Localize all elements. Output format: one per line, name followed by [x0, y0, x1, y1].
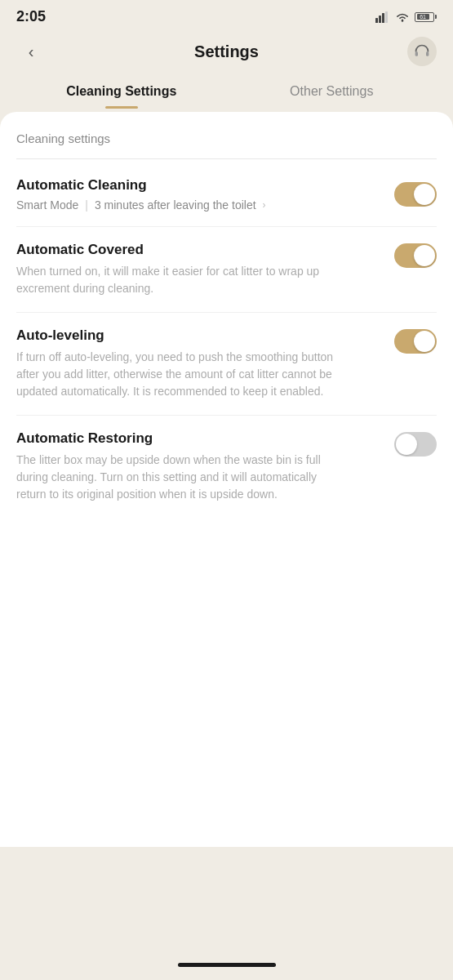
setting-title-auto-leveling: Auto-leveling [16, 327, 394, 344]
setting-desc-auto-leveling: If turn off auto-leveling, you need to p… [16, 349, 394, 400]
home-indicator [178, 963, 276, 967]
status-time: 2:05 [16, 8, 46, 25]
tab-cleaning-settings[interactable]: Cleaning Settings [16, 76, 227, 109]
svg-rect-1 [379, 16, 381, 23]
toggle-auto-leveling[interactable] [394, 329, 437, 354]
svg-rect-3 [385, 11, 388, 23]
toggle-automatic-covered[interactable] [394, 243, 437, 268]
setting-main-auto-leveling: Auto-leveling If turn off auto-leveling,… [16, 327, 394, 400]
svg-rect-2 [382, 13, 384, 23]
svg-rect-6 [426, 51, 429, 56]
battery-icon: 61 [415, 12, 437, 22]
svg-point-4 [402, 20, 404, 22]
header: ‹ Settings [0, 30, 453, 76]
wifi-icon [395, 11, 410, 23]
setting-main-automatic-cleaning: Automatic Cleaning Smart Mode | 3 minute… [16, 177, 394, 212]
signal-icon [375, 11, 390, 23]
tab-other-settings[interactable]: Other Settings [227, 76, 437, 109]
svg-rect-5 [415, 51, 418, 56]
tab-bar: Cleaning Settings Other Settings [0, 76, 453, 109]
setting-automatic-cleaning: Automatic Cleaning Smart Mode | 3 minute… [16, 163, 437, 227]
setting-title-automatic-covered: Automatic Covered [16, 242, 394, 258]
setting-title-automatic-cleaning: Automatic Cleaning [16, 177, 394, 194]
setting-row-auto-leveling: Auto-leveling If turn off auto-leveling,… [16, 327, 437, 400]
back-button[interactable]: ‹ [16, 42, 46, 61]
chevron-right-icon: › [263, 199, 266, 211]
svg-rect-0 [375, 18, 378, 23]
status-bar: 2:05 61 [0, 0, 453, 30]
setting-automatic-covered: Automatic Covered When turned on, it wil… [16, 227, 437, 313]
setting-main-automatic-covered: Automatic Covered When turned on, it wil… [16, 242, 394, 297]
main-content: Cleaning settings Automatic Cleaning Sma… [0, 112, 453, 847]
toggle-thumb [414, 331, 435, 352]
setting-main-automatic-restoring: Automatic Restoring The litter box may b… [16, 430, 394, 503]
toggle-automatic-cleaning[interactable] [394, 182, 437, 207]
setting-desc-automatic-covered: When turned on, it will make it easier f… [16, 263, 394, 297]
section-header: Cleaning settings [16, 131, 437, 159]
status-icons: 61 [375, 11, 437, 23]
headset-button[interactable] [407, 37, 437, 66]
tab-active-indicator [105, 106, 138, 109]
setting-row-automatic-restoring: Automatic Restoring The litter box may b… [16, 430, 437, 503]
toggle-thumb [414, 245, 435, 266]
setting-subtitle-automatic-cleaning: Smart Mode | 3 minutes after leaving the… [16, 198, 394, 212]
subtitle-divider: | [85, 198, 88, 212]
headset-icon [414, 43, 430, 60]
setting-auto-leveling: Auto-leveling If turn off auto-leveling,… [16, 313, 437, 416]
setting-automatic-restoring: Automatic Restoring The litter box may b… [16, 416, 437, 518]
toggle-automatic-restoring[interactable] [394, 432, 437, 457]
setting-title-automatic-restoring: Automatic Restoring [16, 430, 394, 447]
page-title: Settings [194, 42, 259, 61]
setting-desc-automatic-restoring: The litter box may be upside down when t… [16, 452, 394, 503]
setting-row-automatic-cleaning: Automatic Cleaning Smart Mode | 3 minute… [16, 177, 437, 212]
toggle-thumb [414, 184, 435, 205]
setting-row-automatic-covered: Automatic Covered When turned on, it wil… [16, 242, 437, 297]
toggle-thumb [396, 434, 417, 455]
